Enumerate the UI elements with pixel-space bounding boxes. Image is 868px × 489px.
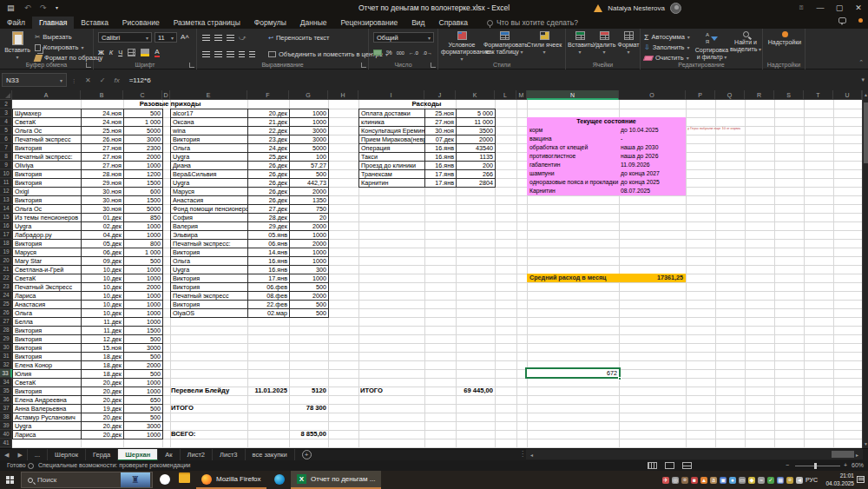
sheet-tab-все закупки[interactable]: все закупки bbox=[246, 449, 295, 461]
income-table-1-cell[interactable]: СветаК bbox=[13, 118, 82, 127]
expenses-table-cell[interactable]: 17.янв bbox=[425, 170, 457, 179]
expenses-table-cell[interactable]: Карнитин bbox=[359, 179, 425, 188]
income-table-1-cell[interactable]: 2000 bbox=[124, 283, 163, 292]
income-table-1-cell[interactable]: Лариса bbox=[13, 292, 82, 301]
expenses-table-cell[interactable]: 43540 bbox=[457, 144, 496, 153]
row-header-36[interactable]: 36 bbox=[0, 395, 12, 404]
income-table-2-cell[interactable]: Виктория bbox=[171, 135, 248, 144]
vertical-scrollbar[interactable]: ▲ ▼ bbox=[862, 90, 868, 448]
scroll-up-icon[interactable]: ▲ bbox=[863, 90, 868, 99]
expenses-table-cell[interactable]: 200 bbox=[457, 162, 496, 170]
income-table-1-cell[interactable]: 10.дек bbox=[82, 266, 124, 274]
row-header-15[interactable]: 15 bbox=[0, 213, 12, 221]
expand-formula-bar-icon[interactable]: ▾ bbox=[861, 76, 865, 83]
income-table-1-cell[interactable]: Виктория bbox=[13, 196, 82, 205]
income-table-1-cell[interactable]: 20.дек bbox=[82, 379, 124, 387]
income-table-2-cell[interactable]: wina bbox=[171, 127, 248, 135]
row-header-34[interactable]: 34 bbox=[0, 378, 12, 387]
income-table-1-cell[interactable]: 1000 bbox=[124, 379, 163, 387]
income-table-1-cell[interactable]: 27.ноя bbox=[82, 144, 124, 153]
income-table-1-cell[interactable]: 20.дек bbox=[82, 396, 124, 405]
row-header-35[interactable]: 35 bbox=[0, 387, 12, 395]
excel-taskbar-button[interactable]: X Отчет по деньгам ... bbox=[291, 471, 381, 489]
align-left-icon[interactable] bbox=[202, 51, 210, 57]
income-table-2-cell[interactable]: 24.дек bbox=[248, 144, 290, 153]
income-table-2-cell[interactable]: 1350 bbox=[290, 196, 329, 205]
income-table-1-cell[interactable]: Шумахер bbox=[13, 109, 82, 118]
income-table-2-cell[interactable]: 100 bbox=[290, 153, 329, 162]
income-table-2-cell[interactable]: Печатный экспресс: bbox=[171, 240, 248, 248]
format-cells-button[interactable]: Формат▾ bbox=[616, 31, 641, 56]
income-table-2-cell[interactable]: 26.дек bbox=[248, 196, 290, 205]
autosum-button[interactable]: Σ Автосумма▾ bbox=[644, 32, 690, 42]
income-table-2-cell[interactable]: Маруся bbox=[171, 188, 248, 196]
column-header-C[interactable]: C bbox=[123, 90, 162, 100]
italic-button[interactable]: К bbox=[109, 49, 113, 56]
font-name-combo[interactable]: Calibri▾ bbox=[98, 32, 152, 43]
income-table-1-cell[interactable]: Виктория bbox=[13, 240, 82, 248]
close-button[interactable]: ✕ bbox=[849, 0, 868, 17]
row-header-3[interactable]: 3 bbox=[0, 109, 12, 117]
income-table-1-cell[interactable]: 1500 bbox=[124, 327, 163, 335]
zoom-level[interactable]: 60% bbox=[852, 460, 864, 471]
income-table-1-cell[interactable]: Виктория bbox=[13, 353, 82, 361]
income-table-1-cell[interactable]: 1500 bbox=[124, 179, 163, 188]
row-header-20[interactable]: 20 bbox=[0, 256, 12, 265]
transfer-date[interactable]: 11.01.2025 bbox=[247, 387, 287, 395]
income-table-1-cell[interactable]: 1000 bbox=[124, 292, 163, 301]
underline-button[interactable]: Ч bbox=[118, 49, 122, 56]
name-box[interactable]: N33▾ bbox=[2, 73, 67, 87]
number-format-combo[interactable]: Общий▾ bbox=[373, 32, 434, 43]
expenses-table-cell[interactable]: Консультация Еремина bbox=[359, 127, 425, 135]
tray-icon[interactable]: ◆ bbox=[748, 477, 755, 484]
row-header-37[interactable]: 37 bbox=[0, 404, 12, 413]
income-table-1-cell[interactable]: Oliviya bbox=[13, 162, 82, 170]
income-table-2-cell[interactable]: 2000 bbox=[290, 188, 329, 196]
row-header-16[interactable]: 16 bbox=[0, 221, 12, 230]
income-table-1-cell[interactable]: Лабрадор.ру bbox=[13, 231, 82, 240]
income-table-2-cell[interactable]: 2000 bbox=[290, 292, 329, 301]
income-table-1-cell[interactable]: 1500 bbox=[124, 196, 163, 205]
income-table-1-cell[interactable]: 500 bbox=[124, 335, 163, 344]
column-header-P[interactable]: P bbox=[686, 90, 715, 100]
accessibility-status[interactable]: Специальные возможности: проверьте реком… bbox=[38, 460, 191, 471]
income-table-1-cell[interactable]: 2000 bbox=[124, 153, 163, 162]
income-table-1-cell[interactable]: Печатный экспресс bbox=[13, 135, 82, 144]
user-name[interactable]: Natalya Nesterova bbox=[608, 4, 665, 12]
row-header-28[interactable]: 28 bbox=[0, 326, 12, 334]
income-table-1-cell[interactable]: 20.дек bbox=[82, 387, 124, 396]
income-table-2-cell[interactable]: OlyaOS bbox=[171, 309, 248, 318]
row-header-40[interactable]: 40 bbox=[0, 430, 12, 439]
income-table-2-cell[interactable]: 1000 bbox=[290, 248, 329, 257]
expenses-table-cell[interactable]: 17.янв bbox=[425, 179, 457, 188]
font-color-icon[interactable]: А bbox=[155, 49, 159, 57]
income-table-2-cell[interactable]: 2000 bbox=[290, 222, 329, 231]
find-select-button[interactable]: Найти и выделить ▾ bbox=[729, 31, 762, 53]
ribbon-tab-Формулы[interactable]: Формулы bbox=[247, 17, 293, 29]
expenses-table-cell[interactable]: 2000 bbox=[457, 135, 496, 144]
income-table-2-cell[interactable]: 17.янв bbox=[248, 274, 290, 283]
expenses-total-label[interactable]: ИТОГО bbox=[360, 387, 423, 395]
income-table-2-cell[interactable]: 1000 bbox=[290, 118, 329, 127]
column-header-U[interactable]: U bbox=[833, 90, 862, 100]
income-table-1-cell[interactable]: 05.дек bbox=[82, 240, 124, 248]
income-table-1-cell[interactable]: 09.дек bbox=[82, 257, 124, 266]
row-header-7[interactable]: 7 bbox=[0, 143, 12, 152]
income-table-2-cell[interactable]: 26.дек bbox=[248, 170, 290, 179]
income-table-2-cell[interactable]: 23.дек bbox=[248, 135, 290, 144]
borders-icon[interactable] bbox=[128, 49, 135, 56]
collapse-ribbon-icon[interactable]: ⌃ bbox=[858, 59, 864, 66]
fill-handle[interactable] bbox=[618, 377, 621, 380]
income-table-1-cell[interactable]: 06.дек bbox=[82, 248, 124, 257]
expenses-table-cell[interactable]: 2804 bbox=[457, 179, 496, 188]
income-table-2-cell[interactable]: Ольга bbox=[171, 257, 248, 266]
income-table-2-cell[interactable]: Виктория bbox=[171, 301, 248, 309]
row-header-12[interactable]: 12 bbox=[0, 187, 12, 195]
income-table-1-cell[interactable]: 24.ноя bbox=[82, 118, 124, 127]
addins-button[interactable]: Надстройки bbox=[767, 31, 802, 46]
expenses-table-cell[interactable]: Проезд до клиники bbox=[359, 162, 425, 170]
income-table-1-cell[interactable]: 10.дек bbox=[82, 301, 124, 309]
income-table-1-cell[interactable]: 20.дек bbox=[82, 422, 124, 431]
income-table-2-cell[interactable]: 25.дек bbox=[248, 153, 290, 162]
income-table-1-cell[interactable]: Печатный Экспресс bbox=[13, 283, 82, 292]
